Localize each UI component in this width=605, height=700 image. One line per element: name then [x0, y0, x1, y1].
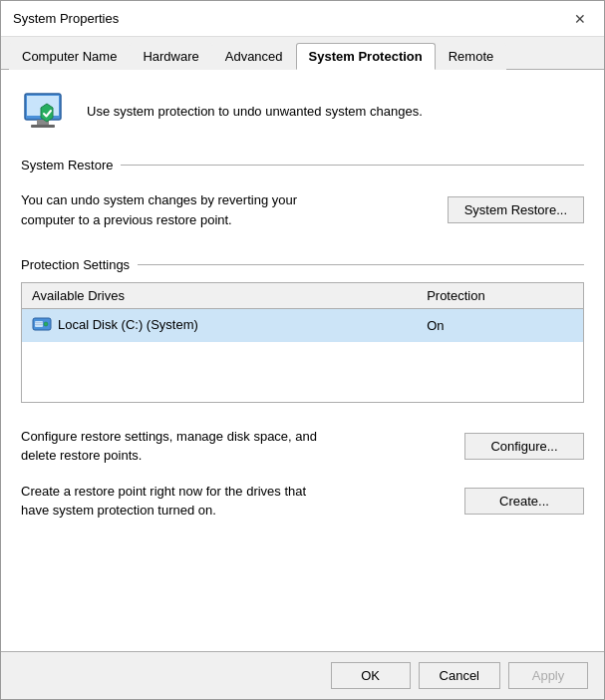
table-row[interactable]: Local Disk (C:) (System) On	[22, 309, 584, 343]
info-banner: Use system protection to undo unwanted s…	[21, 86, 584, 138]
protection-settings-title: Protection Settings	[21, 257, 584, 272]
protection-status-cell: On	[417, 309, 583, 343]
svg-rect-8	[35, 324, 43, 325]
drive-entry: Local Disk (C:) (System)	[32, 314, 198, 334]
main-content: Use system protection to undo unwanted s…	[1, 70, 604, 651]
system-protection-icon	[21, 86, 73, 138]
cancel-button[interactable]: Cancel	[419, 662, 500, 689]
svg-rect-7	[35, 322, 43, 323]
hdd-icon	[32, 314, 52, 334]
system-restore-button[interactable]: System Restore...	[448, 196, 584, 223]
window-title: System Properties	[13, 11, 119, 26]
configure-description: Configure restore settings, manage disk …	[21, 427, 330, 466]
system-restore-title: System Restore	[21, 158, 584, 173]
configure-row: Configure restore settings, manage disk …	[21, 419, 584, 474]
tab-advanced[interactable]: Advanced	[212, 43, 296, 70]
tab-hardware[interactable]: Hardware	[130, 43, 211, 70]
info-text: Use system protection to undo unwanted s…	[87, 103, 423, 121]
tab-system-protection[interactable]: System Protection	[296, 43, 436, 70]
table-row-spacer	[22, 342, 584, 402]
svg-point-6	[44, 322, 48, 326]
tab-bar: Computer Name Hardware Advanced System P…	[1, 37, 604, 70]
drive-name-cell: Local Disk (C:) (System)	[22, 309, 418, 343]
col-available-drives: Available Drives	[22, 283, 418, 309]
system-properties-dialog: System Properties ✕ Computer Name Hardwa…	[0, 0, 605, 700]
drive-label: Local Disk (C:) (System)	[58, 317, 198, 332]
configure-button[interactable]: Configure...	[464, 433, 584, 460]
create-description: Create a restore point right now for the…	[21, 482, 330, 521]
create-button[interactable]: Create...	[464, 488, 584, 515]
system-restore-description: You can undo system changes by reverting…	[21, 190, 330, 229]
tab-remote[interactable]: Remote	[436, 43, 507, 70]
svg-rect-3	[31, 125, 55, 128]
col-protection: Protection	[417, 283, 583, 309]
system-restore-section: System Restore You can undo system chang…	[21, 158, 584, 237]
drives-table: Available Drives Protection	[21, 282, 584, 403]
close-button[interactable]: ✕	[568, 7, 592, 31]
title-bar: System Properties ✕	[1, 1, 604, 37]
footer-buttons: OK Cancel Apply	[1, 651, 604, 699]
system-restore-row: You can undo system changes by reverting…	[21, 182, 584, 237]
create-row: Create a restore point right now for the…	[21, 474, 584, 528]
ok-button[interactable]: OK	[331, 662, 411, 689]
tab-computer-name[interactable]: Computer Name	[9, 43, 130, 70]
protection-settings-section: Protection Settings Available Drives Pro…	[21, 257, 584, 528]
apply-button[interactable]: Apply	[508, 662, 588, 689]
